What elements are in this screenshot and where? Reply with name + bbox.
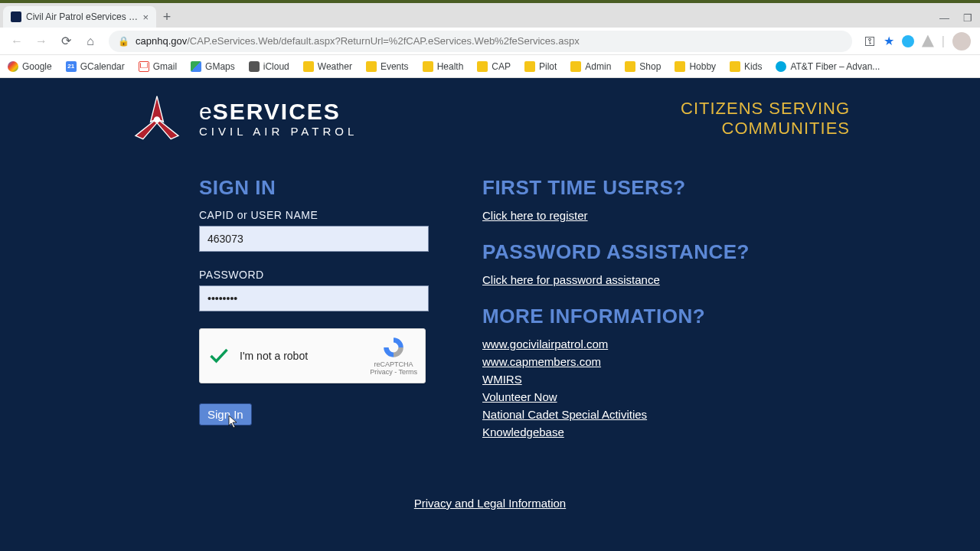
bookmark-shop[interactable]: Shop bbox=[625, 61, 661, 72]
bookmark-admin[interactable]: Admin bbox=[570, 61, 611, 72]
more-info-heading: MORE INFORMATION? bbox=[482, 305, 850, 328]
info-link-ncsa[interactable]: National Cadet Special Activities bbox=[482, 408, 850, 421]
bookmark-hobby[interactable]: Hobby bbox=[675, 61, 716, 72]
bookmark-icloud[interactable]: iCloud bbox=[249, 61, 289, 72]
extension-drive-icon[interactable] bbox=[922, 35, 934, 47]
extension-cloud-icon[interactable] bbox=[902, 35, 914, 47]
capid-input[interactable] bbox=[199, 226, 429, 252]
bookmark-star-icon[interactable]: ★ bbox=[884, 34, 894, 48]
folder-icon bbox=[675, 61, 685, 72]
bookmark-kids[interactable]: Kids bbox=[730, 61, 762, 72]
window-controls: — ❐ bbox=[939, 12, 972, 24]
signin-button[interactable]: Sign In bbox=[199, 403, 252, 425]
cap-propeller-logo-icon bbox=[130, 92, 184, 145]
info-link-capmembers[interactable]: www.capmembers.com bbox=[482, 355, 850, 368]
browser-toolbar: ← → ⟳ ⌂ 🔒 capnhq.gov/CAP.eServices.Web/d… bbox=[0, 28, 980, 55]
lock-icon: 🔒 bbox=[118, 36, 129, 47]
register-link[interactable]: Click here to register bbox=[482, 209, 588, 222]
bookmark-gcalendar[interactable]: 21GCalendar bbox=[66, 61, 125, 72]
folder-icon bbox=[625, 61, 635, 72]
folder-icon bbox=[524, 61, 535, 72]
recaptcha-logo-icon bbox=[381, 335, 406, 360]
recaptcha-label: I'm not a robot bbox=[240, 350, 370, 362]
bookmark-health[interactable]: Health bbox=[423, 61, 464, 72]
favicon-icon bbox=[11, 11, 21, 22]
minimize-icon[interactable]: — bbox=[939, 12, 949, 24]
info-link-wmirs[interactable]: WMIRS bbox=[482, 373, 850, 386]
tab-strip: Civil Air Patrol eServices Sign In × + —… bbox=[0, 3, 980, 28]
recaptcha-badge: reCAPTCHA Privacy - Terms bbox=[370, 335, 417, 377]
bookmark-gmaps[interactable]: GMaps bbox=[191, 61, 235, 72]
folder-icon bbox=[366, 61, 377, 72]
close-icon[interactable]: × bbox=[142, 11, 149, 23]
password-key-icon[interactable]: ⚿ bbox=[864, 34, 876, 47]
folder-icon bbox=[570, 61, 581, 72]
google-icon bbox=[8, 61, 18, 72]
capid-label: CAPID or USER NAME bbox=[199, 209, 436, 221]
svg-point-0 bbox=[155, 117, 160, 122]
password-input[interactable] bbox=[199, 285, 429, 311]
info-link-volunteer[interactable]: Volunteer Now bbox=[482, 390, 850, 403]
brand-subtitle: CIVIL AIR PATROL bbox=[199, 126, 358, 138]
folder-icon bbox=[730, 61, 740, 72]
signin-column: SIGN IN CAPID or USER NAME PASSWORD I'm … bbox=[199, 176, 436, 443]
bookmarks-bar: Google 21GCalendar Gmail GMaps iCloud We… bbox=[0, 55, 980, 78]
tab-title: Civil Air Patrol eServices Sign In bbox=[26, 11, 138, 22]
privacy-legal-link[interactable]: Privacy and Legal Information bbox=[130, 497, 850, 510]
calendar-icon: 21 bbox=[66, 61, 77, 72]
profile-avatar[interactable] bbox=[952, 32, 971, 51]
brand-title: eSERVICES bbox=[199, 99, 358, 124]
folder-icon bbox=[477, 61, 488, 72]
page-footer: Privacy and Legal Information bbox=[130, 474, 850, 510]
bookmark-gmail[interactable]: Gmail bbox=[139, 61, 177, 72]
bookmark-att[interactable]: AT&T Fiber – Advan... bbox=[776, 61, 880, 72]
browser-tab[interactable]: Civil Air Patrol eServices Sign In × bbox=[3, 6, 156, 28]
apple-icon bbox=[249, 61, 260, 72]
home-button[interactable]: ⌂ bbox=[80, 31, 101, 52]
password-assistance-link[interactable]: Click here for password assistance bbox=[482, 273, 660, 286]
bookmark-cap[interactable]: CAP bbox=[477, 61, 511, 72]
gmail-icon bbox=[139, 61, 149, 72]
bookmark-weather[interactable]: Weather bbox=[303, 61, 352, 72]
password-label: PASSWORD bbox=[199, 269, 436, 281]
new-tab-button[interactable]: + bbox=[156, 6, 178, 28]
motto-text: CITIZENS SERVING COMMUNITIES bbox=[681, 99, 850, 139]
gmaps-icon bbox=[191, 61, 201, 72]
forward-button[interactable]: → bbox=[31, 31, 52, 52]
info-link-gocivilairpatrol[interactable]: www.gocivilairpatrol.com bbox=[482, 337, 850, 350]
reload-button[interactable]: ⟳ bbox=[55, 31, 77, 52]
folder-icon bbox=[303, 61, 314, 72]
page-header: eSERVICES CIVIL AIR PATROL CITIZENS SERV… bbox=[130, 86, 850, 161]
bookmark-pilot[interactable]: Pilot bbox=[524, 61, 557, 72]
bookmark-events[interactable]: Events bbox=[366, 61, 409, 72]
page-content: eSERVICES CIVIL AIR PATROL CITIZENS SERV… bbox=[0, 78, 980, 551]
att-icon bbox=[776, 61, 786, 72]
password-assistance-heading: PASSWORD ASSISTANCE? bbox=[482, 240, 850, 264]
folder-icon bbox=[423, 61, 433, 72]
first-time-heading: FIRST TIME USERS? bbox=[482, 176, 850, 200]
bookmark-google[interactable]: Google bbox=[8, 61, 52, 72]
recaptcha-widget[interactable]: I'm not a robot reCAPTCHA Privacy - Term… bbox=[199, 328, 426, 383]
maximize-icon[interactable]: ❐ bbox=[963, 12, 972, 24]
info-column: FIRST TIME USERS? Click here to register… bbox=[482, 176, 850, 443]
recaptcha-checkmark-icon bbox=[207, 344, 230, 367]
signin-heading: SIGN IN bbox=[199, 176, 436, 200]
address-bar[interactable]: 🔒 capnhq.gov/CAP.eServices.Web/default.a… bbox=[109, 31, 852, 52]
url-text: capnhq.gov/CAP.eServices.Web/default.asp… bbox=[136, 35, 580, 47]
back-button[interactable]: ← bbox=[6, 31, 28, 52]
info-link-knowledgebase[interactable]: Knowledgebase bbox=[482, 425, 850, 439]
